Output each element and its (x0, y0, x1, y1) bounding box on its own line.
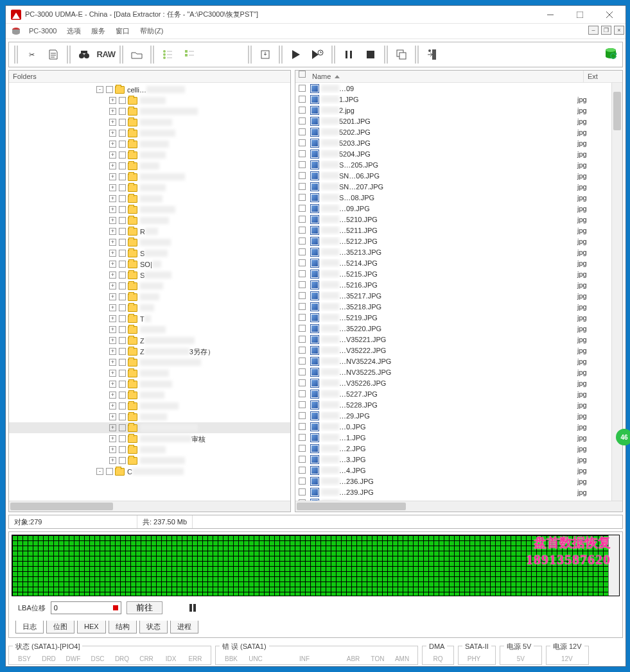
file-row[interactable]: …09 (295, 83, 622, 94)
file-checkbox[interactable] (299, 259, 306, 266)
folder-row[interactable]: +T (9, 313, 290, 324)
folder-row[interactable]: + (9, 368, 290, 379)
file-row[interactable]: …35213.JPGjpg‹ (295, 246, 622, 257)
menu-service[interactable]: 服务 (91, 26, 105, 35)
expand-icon[interactable]: + (109, 162, 116, 169)
file-row[interactable]: SN…207.JPGjpg‹ (295, 181, 622, 192)
file-checkbox[interactable] (299, 368, 306, 375)
file-row[interactable]: …5228.JPGjpg‹ (295, 399, 622, 410)
folder-checkbox[interactable] (119, 293, 126, 300)
menu-window[interactable]: 窗口 (116, 26, 130, 35)
folder-checkbox[interactable] (119, 162, 126, 169)
folder-checkbox[interactable] (119, 141, 126, 148)
folder-row[interactable]: + (9, 379, 290, 390)
folder-row[interactable]: +Z3另存） (9, 346, 290, 357)
file-checkbox[interactable] (299, 423, 306, 430)
expand-icon[interactable]: + (109, 370, 116, 377)
file-checkbox[interactable] (299, 379, 306, 386)
file-row[interactable]: 2.jpgjpg‹ (295, 105, 622, 116)
database-refresh-icon[interactable] (604, 47, 620, 62)
folder-checkbox[interactable] (119, 108, 126, 115)
expand-icon[interactable]: + (109, 141, 116, 148)
expand-icon[interactable]: + (109, 381, 116, 388)
file-checkbox[interactable] (299, 139, 306, 146)
expand-icon[interactable]: + (109, 217, 116, 224)
file-row[interactable]: …5211.JPGjpg‹ (295, 225, 622, 236)
expand-icon[interactable]: - (96, 86, 103, 93)
file-checkbox[interactable] (299, 281, 306, 288)
expand-icon[interactable]: + (109, 359, 116, 366)
folder-row[interactable]: -C (9, 466, 290, 477)
column-name[interactable]: Name (308, 71, 584, 82)
folder-row[interactable]: + (9, 117, 290, 128)
file-checkbox[interactable] (299, 85, 306, 92)
play-icon[interactable] (285, 45, 307, 64)
minimize-button[interactable] (536, 6, 565, 24)
file-row[interactable]: …236.JPGjpg‹ (295, 476, 622, 487)
folder-checkbox[interactable] (119, 119, 126, 126)
file-row[interactable]: SN…06.JPGjpg‹ (295, 170, 622, 181)
file-row[interactable]: 5203.JPGjpg‹ (295, 137, 622, 148)
lba-input[interactable]: 0 (51, 601, 121, 614)
file-checkbox[interactable] (299, 270, 306, 277)
file-checkbox[interactable] (299, 314, 306, 321)
expand-icon[interactable]: + (109, 239, 116, 246)
folder-checkbox[interactable] (106, 86, 113, 93)
folder-row[interactable]: -celli… (9, 84, 290, 95)
pause-icon[interactable] (338, 45, 360, 64)
expand-icon[interactable]: + (109, 293, 116, 300)
files-hscroll[interactable] (295, 501, 622, 512)
expand-icon[interactable]: + (109, 337, 116, 344)
close-button[interactable] (595, 6, 624, 24)
file-checkbox[interactable] (299, 117, 306, 125)
expand-icon[interactable]: + (109, 446, 116, 453)
file-row[interactable]: …4.JPGjpg‹ (295, 465, 622, 476)
file-checkbox[interactable] (299, 347, 306, 354)
file-checkbox[interactable] (299, 172, 306, 179)
file-row[interactable]: 5204.JPGjpg‹ (295, 148, 622, 159)
expand-icon[interactable]: + (109, 326, 116, 333)
folder-row[interactable]: + (9, 422, 290, 433)
expand-icon[interactable]: + (109, 130, 116, 137)
folder-row[interactable]: + (9, 411, 290, 422)
file-list[interactable]: …091.JPGjpg‹2.jpgjpg‹5201.JPGjpg‹5202.JP… (295, 83, 622, 501)
column-ext[interactable]: Ext (584, 71, 622, 82)
file-checkbox[interactable] (299, 445, 306, 452)
open-icon[interactable] (126, 45, 148, 64)
folder-row[interactable]: + (9, 139, 290, 150)
folder-checkbox[interactable] (119, 206, 126, 213)
folder-checkbox[interactable] (119, 392, 126, 399)
folder-row[interactable]: + (9, 324, 290, 335)
maximize-button[interactable] (565, 6, 595, 24)
file-checkbox[interactable] (299, 292, 306, 299)
script-icon[interactable] (42, 45, 64, 64)
expand-icon[interactable]: + (109, 119, 116, 126)
expand-icon[interactable]: + (109, 195, 116, 202)
tools-icon[interactable]: ✂ (21, 45, 42, 64)
folder-checkbox[interactable] (119, 97, 126, 104)
folder-checkbox[interactable] (119, 413, 126, 420)
folder-checkbox[interactable] (119, 195, 126, 202)
expand-icon[interactable]: + (109, 402, 116, 409)
folder-row[interactable]: + (9, 95, 290, 106)
expand-icon[interactable]: + (109, 271, 116, 279)
menu-help[interactable]: 帮助(Z) (140, 26, 163, 35)
folder-checkbox[interactable] (119, 370, 126, 377)
file-row[interactable]: …3.JPGjpg‹ (295, 454, 622, 465)
folder-checkbox[interactable] (106, 468, 113, 475)
folder-checkbox[interactable] (119, 326, 126, 333)
export-icon[interactable] (254, 45, 276, 64)
folder-checkbox[interactable] (119, 130, 126, 137)
folder-checkbox[interactable] (119, 435, 126, 442)
go-button[interactable]: 前往 (127, 601, 162, 614)
folder-checkbox[interactable] (119, 271, 126, 279)
file-checkbox[interactable] (299, 216, 306, 223)
folder-tree[interactable]: -celli…+++++++++++++R++S+SO|+S++++T++Z+Z… (9, 83, 290, 501)
file-row[interactable]: …5214.JPGjpg‹ (295, 257, 622, 268)
file-row[interactable]: 5202.JPGjpg‹ (295, 126, 622, 137)
file-checkbox[interactable] (299, 488, 306, 495)
folder-row[interactable]: +审核 (9, 433, 290, 444)
folder-row[interactable]: + (9, 401, 290, 411)
mdi-restore-button[interactable]: ❐ (601, 26, 611, 35)
folder-row[interactable]: + (9, 280, 290, 291)
